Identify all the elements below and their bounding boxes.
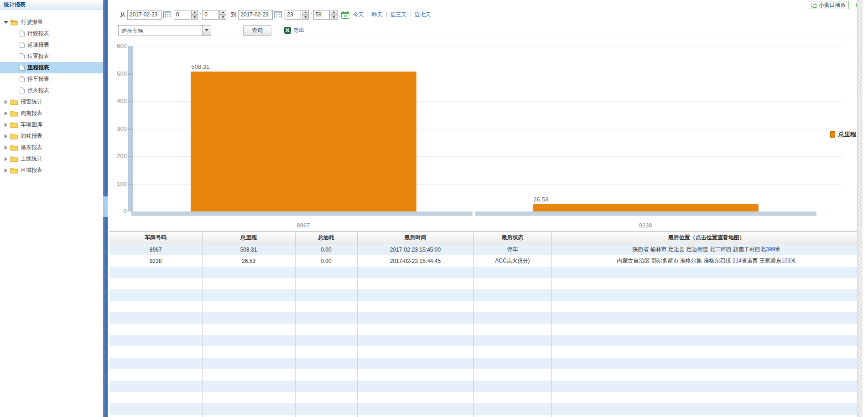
to-minute-spinner[interactable] — [331, 10, 338, 20]
column-header-2[interactable]: 总里程 — [202, 232, 295, 244]
to-hour-spinner[interactable] — [302, 10, 309, 20]
column-header-1[interactable]: 车牌号码 — [109, 232, 202, 244]
expand-arrow-icon[interactable] — [3, 157, 9, 161]
column-header-6[interactable]: 最后位置（点击位置查看地图） — [551, 232, 861, 244]
from-hour-spinner[interactable] — [191, 10, 198, 20]
expand-arrow-icon[interactable] — [3, 134, 9, 139]
folder-icon — [10, 133, 18, 139]
y-axis-tick-label: 300 — [108, 125, 127, 132]
to-date-input[interactable] — [238, 10, 273, 20]
quick-calendar-icon[interactable]: 17 — [341, 11, 349, 19]
sidebar-item-里程报表[interactable]: 里程报表 — [0, 62, 103, 73]
expand-arrow-icon[interactable] — [3, 100, 9, 104]
from-hour-input[interactable] — [174, 10, 190, 20]
spin-down-icon[interactable] — [219, 15, 226, 20]
sidebar-item-行驶报表[interactable]: 行驶报表 — [0, 28, 103, 39]
sidebar-item-油耗报表[interactable]: 油耗报表 — [0, 130, 103, 142]
sidebar-item-区域报表[interactable]: 区域报表 — [0, 165, 103, 176]
datetime-row: 从 : 到 : 1 — [118, 9, 435, 20]
tree-item-label: 超速报表 — [27, 41, 49, 49]
spin-up-icon[interactable] — [191, 10, 198, 15]
spin-up-icon[interactable] — [331, 10, 338, 15]
folder-icon — [10, 144, 18, 151]
sidebar-item-行驶报表[interactable]: 行驶报表 — [0, 16, 103, 28]
spin-down-icon[interactable] — [191, 15, 198, 20]
query-button[interactable]: 查询 — [243, 25, 271, 36]
from-date-calendar-icon[interactable] — [163, 11, 171, 18]
column-header-3[interactable]: 总油耗 — [295, 232, 357, 244]
expand-arrow-icon[interactable] — [3, 111, 9, 116]
sidebar-item-超速报表[interactable]: 超速报表 — [0, 39, 103, 51]
sidebar-title: 统计报表 — [0, 0, 103, 10]
cell-3-6 — [551, 267, 861, 278]
to-date-calendar-icon[interactable] — [274, 11, 282, 18]
report-grid: 车牌号码总里程总油耗最后时间最后状态最后位置（点击位置查看地图）8967508.… — [109, 232, 861, 417]
to-label: 到 — [231, 11, 236, 19]
cell-11-4 — [357, 358, 473, 369]
sidebar-item-周期报表[interactable]: 周期报表 — [0, 108, 103, 119]
cell-9-5 — [473, 335, 551, 346]
cell-16-5 — [473, 415, 551, 417]
document-icon — [19, 87, 25, 94]
sidebar-item-停车报表[interactable]: 停车报表 — [0, 73, 103, 85]
triangle-right-icon — [5, 157, 7, 161]
sidebar-item-上线统计[interactable]: 上线统计 — [0, 153, 103, 165]
bar-value-label: 26.53 — [534, 196, 549, 203]
from-minute-spinner[interactable] — [219, 10, 226, 20]
from-date-input[interactable] — [127, 10, 162, 20]
last-position-link[interactable]: 内蒙古自治区 鄂尔多斯市 准格尔旗 准格尔召镇 214省道西 王家梁东103米 — [551, 255, 861, 267]
folder-icon — [10, 156, 18, 162]
sidebar-item-点火报表[interactable]: 点火报表 — [0, 85, 103, 96]
table-empty-row — [109, 369, 861, 381]
expand-arrow-icon[interactable] — [3, 145, 9, 150]
sidebar-item-位置报表[interactable]: 位置报表 — [0, 51, 103, 62]
vehicle-select[interactable]: 选择车辆 — [118, 25, 211, 36]
from-minute-input[interactable] — [202, 10, 218, 20]
table-row[interactable]: 8967508.310.002017-02-23 15:45:00停车陕西省 榆… — [109, 244, 861, 255]
quick-link-今天[interactable]: 今天 — [353, 11, 364, 19]
table-empty-row — [109, 324, 861, 335]
sidebar-splitter[interactable] — [103, 0, 108, 417]
last-position-link[interactable]: 陕西省 榆林市 定边县 定边街道 北二环西 赵园子村西北399米 — [551, 244, 861, 255]
right-collapsed-splitter[interactable] — [857, 0, 863, 417]
sidebar-item-温度报表[interactable]: 温度报表 — [0, 142, 103, 153]
chevron-down-icon[interactable] — [202, 25, 211, 36]
cell-11-6 — [551, 358, 861, 369]
chart-legend[interactable]: 总里程 — [830, 130, 856, 139]
vehicle-select-value[interactable]: 选择车辆 — [118, 25, 202, 36]
spin-down-icon[interactable] — [331, 15, 338, 20]
svg-text:17: 17 — [343, 14, 347, 18]
app-window: 统计报表 行驶报表行驶报表超速报表位置报表里程报表停车报表点火报表报警统计周期报… — [0, 0, 868, 417]
spin-up-icon[interactable] — [302, 10, 309, 15]
table-empty-row — [109, 381, 861, 392]
expand-arrow-icon[interactable] — [3, 168, 9, 173]
quick-link-近七天[interactable]: 近七天 — [415, 11, 431, 19]
collapse-arrow-icon[interactable] — [3, 21, 9, 24]
quick-link-昨天[interactable]: 昨天 — [372, 11, 383, 19]
sidebar-item-车辆图库[interactable]: 车辆图库 — [0, 119, 103, 130]
column-header-4[interactable]: 最后时间 — [357, 232, 473, 244]
to-minute-input[interactable] — [313, 10, 330, 20]
expand-arrow-icon[interactable] — [3, 123, 9, 127]
column-header-5[interactable]: 最后状态 — [473, 232, 551, 244]
report-tree: 行驶报表行驶报表超速报表位置报表里程报表停车报表点火报表报警统计周期报表车辆图库… — [0, 10, 103, 176]
cell-10-5 — [473, 346, 551, 358]
splitter-collapse-handle[interactable] — [103, 196, 108, 217]
cell-16-4 — [357, 415, 473, 417]
chart-bar-9238[interactable] — [533, 204, 759, 211]
cell-10-2 — [202, 346, 295, 358]
spin-up-icon[interactable] — [219, 10, 226, 15]
table-row[interactable]: 923826.530.002017-02-23 15:44:45ACC点火(8分… — [109, 255, 861, 267]
cell-10-6 — [551, 346, 861, 358]
to-hour-input[interactable] — [285, 10, 301, 20]
tree-item-label: 停车报表 — [27, 75, 49, 83]
sidebar-item-报警统计[interactable]: 报警统计 — [0, 96, 103, 108]
cell-6-6 — [551, 301, 861, 312]
cell-7-5 — [473, 312, 551, 324]
cell-7-2 — [202, 312, 295, 324]
spin-down-icon[interactable] — [302, 15, 309, 20]
export-button[interactable]: 导出 — [284, 26, 304, 34]
quick-date-links: 今天昨天近三天近七天 — [349, 11, 435, 19]
chart-bar-8967[interactable] — [191, 72, 416, 212]
quick-link-近三天[interactable]: 近三天 — [390, 11, 407, 19]
